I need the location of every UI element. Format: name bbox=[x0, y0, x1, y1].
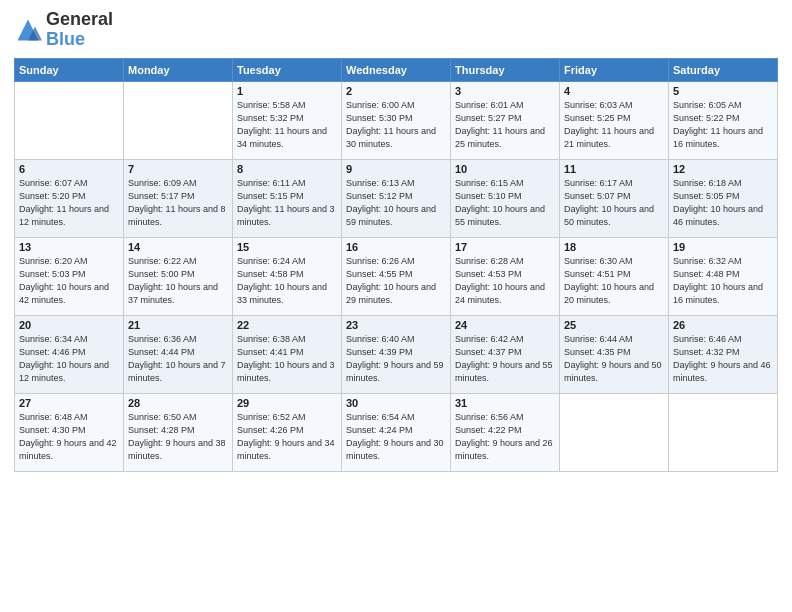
day-cell bbox=[669, 393, 778, 471]
day-cell: 22Sunrise: 6:38 AMSunset: 4:41 PMDayligh… bbox=[233, 315, 342, 393]
logo-text: General Blue bbox=[46, 10, 113, 50]
day-cell: 1Sunrise: 5:58 AMSunset: 5:32 PMDaylight… bbox=[233, 81, 342, 159]
day-cell bbox=[15, 81, 124, 159]
day-info: Sunrise: 6:30 AMSunset: 4:51 PMDaylight:… bbox=[564, 255, 664, 307]
day-info: Sunrise: 6:01 AMSunset: 5:27 PMDaylight:… bbox=[455, 99, 555, 151]
day-info: Sunrise: 6:46 AMSunset: 4:32 PMDaylight:… bbox=[673, 333, 773, 385]
day-number: 16 bbox=[346, 241, 446, 253]
weekday-header-thursday: Thursday bbox=[451, 58, 560, 81]
day-info: Sunrise: 6:09 AMSunset: 5:17 PMDaylight:… bbox=[128, 177, 228, 229]
day-cell: 11Sunrise: 6:17 AMSunset: 5:07 PMDayligh… bbox=[560, 159, 669, 237]
day-number: 4 bbox=[564, 85, 664, 97]
day-info: Sunrise: 6:44 AMSunset: 4:35 PMDaylight:… bbox=[564, 333, 664, 385]
page: General Blue SundayMondayTuesdayWednesda… bbox=[0, 0, 792, 612]
day-info: Sunrise: 5:58 AMSunset: 5:32 PMDaylight:… bbox=[237, 99, 337, 151]
day-number: 9 bbox=[346, 163, 446, 175]
day-info: Sunrise: 6:56 AMSunset: 4:22 PMDaylight:… bbox=[455, 411, 555, 463]
day-cell: 30Sunrise: 6:54 AMSunset: 4:24 PMDayligh… bbox=[342, 393, 451, 471]
day-number: 26 bbox=[673, 319, 773, 331]
day-number: 7 bbox=[128, 163, 228, 175]
logo-icon bbox=[14, 16, 42, 44]
day-number: 15 bbox=[237, 241, 337, 253]
header: General Blue bbox=[14, 10, 778, 50]
day-info: Sunrise: 6:28 AMSunset: 4:53 PMDaylight:… bbox=[455, 255, 555, 307]
day-cell: 21Sunrise: 6:36 AMSunset: 4:44 PMDayligh… bbox=[124, 315, 233, 393]
day-info: Sunrise: 6:15 AMSunset: 5:10 PMDaylight:… bbox=[455, 177, 555, 229]
day-cell: 5Sunrise: 6:05 AMSunset: 5:22 PMDaylight… bbox=[669, 81, 778, 159]
day-info: Sunrise: 6:42 AMSunset: 4:37 PMDaylight:… bbox=[455, 333, 555, 385]
day-cell: 7Sunrise: 6:09 AMSunset: 5:17 PMDaylight… bbox=[124, 159, 233, 237]
day-cell bbox=[560, 393, 669, 471]
weekday-header-sunday: Sunday bbox=[15, 58, 124, 81]
day-cell: 18Sunrise: 6:30 AMSunset: 4:51 PMDayligh… bbox=[560, 237, 669, 315]
day-number: 20 bbox=[19, 319, 119, 331]
day-cell: 31Sunrise: 6:56 AMSunset: 4:22 PMDayligh… bbox=[451, 393, 560, 471]
day-cell: 8Sunrise: 6:11 AMSunset: 5:15 PMDaylight… bbox=[233, 159, 342, 237]
day-number: 14 bbox=[128, 241, 228, 253]
day-cell: 17Sunrise: 6:28 AMSunset: 4:53 PMDayligh… bbox=[451, 237, 560, 315]
weekday-header-friday: Friday bbox=[560, 58, 669, 81]
day-info: Sunrise: 6:11 AMSunset: 5:15 PMDaylight:… bbox=[237, 177, 337, 229]
day-cell: 20Sunrise: 6:34 AMSunset: 4:46 PMDayligh… bbox=[15, 315, 124, 393]
day-number: 27 bbox=[19, 397, 119, 409]
day-info: Sunrise: 6:03 AMSunset: 5:25 PMDaylight:… bbox=[564, 99, 664, 151]
day-number: 29 bbox=[237, 397, 337, 409]
day-info: Sunrise: 6:13 AMSunset: 5:12 PMDaylight:… bbox=[346, 177, 446, 229]
day-cell: 6Sunrise: 6:07 AMSunset: 5:20 PMDaylight… bbox=[15, 159, 124, 237]
day-info: Sunrise: 6:36 AMSunset: 4:44 PMDaylight:… bbox=[128, 333, 228, 385]
day-cell: 4Sunrise: 6:03 AMSunset: 5:25 PMDaylight… bbox=[560, 81, 669, 159]
week-row-4: 20Sunrise: 6:34 AMSunset: 4:46 PMDayligh… bbox=[15, 315, 778, 393]
day-number: 12 bbox=[673, 163, 773, 175]
day-cell: 24Sunrise: 6:42 AMSunset: 4:37 PMDayligh… bbox=[451, 315, 560, 393]
day-info: Sunrise: 6:17 AMSunset: 5:07 PMDaylight:… bbox=[564, 177, 664, 229]
week-row-1: 1Sunrise: 5:58 AMSunset: 5:32 PMDaylight… bbox=[15, 81, 778, 159]
day-number: 23 bbox=[346, 319, 446, 331]
day-number: 30 bbox=[346, 397, 446, 409]
day-number: 19 bbox=[673, 241, 773, 253]
day-number: 18 bbox=[564, 241, 664, 253]
day-info: Sunrise: 6:24 AMSunset: 4:58 PMDaylight:… bbox=[237, 255, 337, 307]
day-cell: 23Sunrise: 6:40 AMSunset: 4:39 PMDayligh… bbox=[342, 315, 451, 393]
day-info: Sunrise: 6:00 AMSunset: 5:30 PMDaylight:… bbox=[346, 99, 446, 151]
day-info: Sunrise: 6:05 AMSunset: 5:22 PMDaylight:… bbox=[673, 99, 773, 151]
calendar: SundayMondayTuesdayWednesdayThursdayFrid… bbox=[14, 58, 778, 472]
day-number: 24 bbox=[455, 319, 555, 331]
day-info: Sunrise: 6:26 AMSunset: 4:55 PMDaylight:… bbox=[346, 255, 446, 307]
day-number: 13 bbox=[19, 241, 119, 253]
day-number: 17 bbox=[455, 241, 555, 253]
weekday-header-monday: Monday bbox=[124, 58, 233, 81]
day-number: 25 bbox=[564, 319, 664, 331]
day-cell: 27Sunrise: 6:48 AMSunset: 4:30 PMDayligh… bbox=[15, 393, 124, 471]
day-number: 28 bbox=[128, 397, 228, 409]
day-cell: 29Sunrise: 6:52 AMSunset: 4:26 PMDayligh… bbox=[233, 393, 342, 471]
day-cell: 16Sunrise: 6:26 AMSunset: 4:55 PMDayligh… bbox=[342, 237, 451, 315]
day-number: 21 bbox=[128, 319, 228, 331]
day-number: 2 bbox=[346, 85, 446, 97]
week-row-2: 6Sunrise: 6:07 AMSunset: 5:20 PMDaylight… bbox=[15, 159, 778, 237]
weekday-header-row: SundayMondayTuesdayWednesdayThursdayFrid… bbox=[15, 58, 778, 81]
day-cell: 28Sunrise: 6:50 AMSunset: 4:28 PMDayligh… bbox=[124, 393, 233, 471]
logo: General Blue bbox=[14, 10, 113, 50]
day-number: 8 bbox=[237, 163, 337, 175]
day-info: Sunrise: 6:48 AMSunset: 4:30 PMDaylight:… bbox=[19, 411, 119, 463]
weekday-header-wednesday: Wednesday bbox=[342, 58, 451, 81]
week-row-3: 13Sunrise: 6:20 AMSunset: 5:03 PMDayligh… bbox=[15, 237, 778, 315]
day-number: 6 bbox=[19, 163, 119, 175]
day-info: Sunrise: 6:38 AMSunset: 4:41 PMDaylight:… bbox=[237, 333, 337, 385]
day-cell: 19Sunrise: 6:32 AMSunset: 4:48 PMDayligh… bbox=[669, 237, 778, 315]
day-number: 3 bbox=[455, 85, 555, 97]
day-cell bbox=[124, 81, 233, 159]
day-info: Sunrise: 6:54 AMSunset: 4:24 PMDaylight:… bbox=[346, 411, 446, 463]
day-number: 11 bbox=[564, 163, 664, 175]
weekday-header-saturday: Saturday bbox=[669, 58, 778, 81]
day-info: Sunrise: 6:50 AMSunset: 4:28 PMDaylight:… bbox=[128, 411, 228, 463]
day-cell: 10Sunrise: 6:15 AMSunset: 5:10 PMDayligh… bbox=[451, 159, 560, 237]
day-number: 22 bbox=[237, 319, 337, 331]
week-row-5: 27Sunrise: 6:48 AMSunset: 4:30 PMDayligh… bbox=[15, 393, 778, 471]
day-info: Sunrise: 6:22 AMSunset: 5:00 PMDaylight:… bbox=[128, 255, 228, 307]
day-cell: 3Sunrise: 6:01 AMSunset: 5:27 PMDaylight… bbox=[451, 81, 560, 159]
day-info: Sunrise: 6:07 AMSunset: 5:20 PMDaylight:… bbox=[19, 177, 119, 229]
day-cell: 14Sunrise: 6:22 AMSunset: 5:00 PMDayligh… bbox=[124, 237, 233, 315]
day-info: Sunrise: 6:18 AMSunset: 5:05 PMDaylight:… bbox=[673, 177, 773, 229]
day-cell: 13Sunrise: 6:20 AMSunset: 5:03 PMDayligh… bbox=[15, 237, 124, 315]
